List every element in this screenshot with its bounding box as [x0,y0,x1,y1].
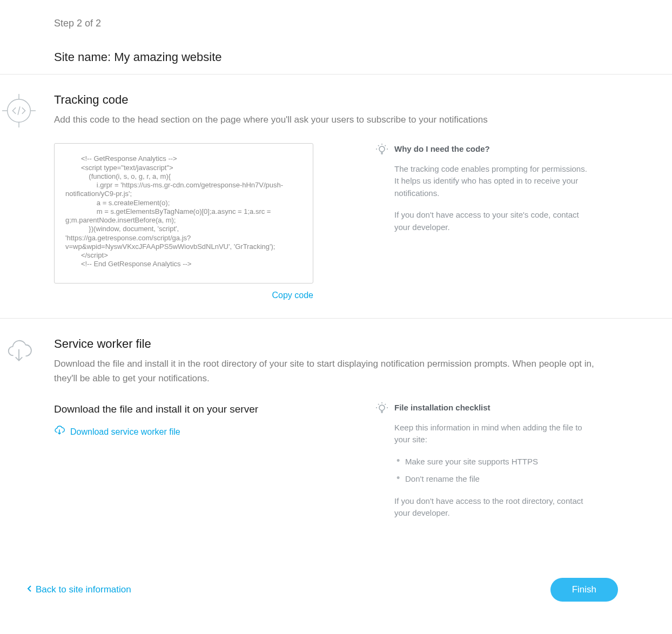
svg-line-23 [385,404,386,405]
tracking-code-box[interactable]: <!-- GetResponse Analytics --> <script t… [54,143,313,284]
svg-line-13 [385,145,386,146]
finish-button[interactable]: Finish [550,578,618,602]
checklist-item: Don't rename the file [394,473,589,485]
checklist-tip-intro: Keep this information in mind when addin… [394,422,589,446]
lightbulb-icon [375,143,388,160]
svg-line-5 [18,106,20,115]
service-worker-section: Service worker file Download the file an… [0,319,672,545]
download-link-label: Download service worker file [70,426,180,439]
footer: Back to site information Finish [0,556,672,623]
back-link-label: Back to site information [36,583,131,597]
tracking-tip-text-2: If you don't have access to your site's … [394,209,589,233]
tracking-code-title: Tracking code [54,91,672,109]
tracking-code-section: Tracking code Add this code to the head … [0,75,672,318]
checklist-tip-title: File installation checklist [394,402,589,414]
tracking-code-description: Add this code to the head section on the… [54,113,594,127]
step-indicator: Step 2 of 2 [54,16,672,31]
site-name: Site name: My amazing website [54,48,672,66]
checklist-tip-outro: If you don't have access to the root dir… [394,495,589,520]
tracking-tip-text-1: The tracking code enables prompting for … [394,163,589,200]
svg-point-6 [379,146,385,152]
back-link[interactable]: Back to site information [27,583,131,597]
cloud-download-icon [0,338,38,365]
service-worker-description: Download the file and install it in the … [54,357,594,386]
svg-point-16 [379,405,385,410]
cloud-download-small-icon [54,425,65,440]
download-heading: Download the file and install it on your… [54,402,313,417]
chevron-left-icon [27,583,32,597]
code-target-icon [0,94,38,127]
tracking-tip-title: Why do I need the code? [394,143,589,156]
lightbulb-icon [375,402,388,419]
service-worker-title: Service worker file [54,335,672,353]
svg-line-22 [378,404,379,405]
download-service-worker-link[interactable]: Download service worker file [54,425,180,440]
svg-line-12 [378,145,379,146]
checklist-list: Make sure your site supports HTTPS Don't… [394,456,589,485]
copy-code-link[interactable]: Copy code [272,291,314,300]
checklist-item: Make sure your site supports HTTPS [394,456,589,468]
